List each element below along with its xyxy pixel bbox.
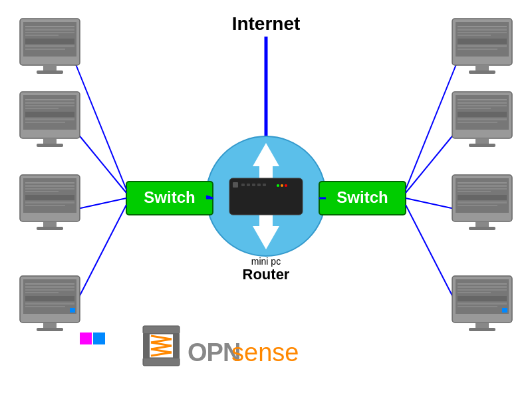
canvas-area: Internet mini pc Router Switch Switch [0,0,532,399]
blue-square [93,332,105,344]
svg-rect-9 [25,49,65,50]
svg-rect-93 [143,334,150,358]
device-port5 [263,184,266,186]
svg-rect-40 [25,296,74,301]
monitor-right-lower-mid [452,175,512,230]
svg-rect-31 [25,205,65,206]
sense-text: sense [231,338,299,366]
svg-rect-15 [25,102,74,104]
svg-rect-75 [458,201,507,203]
pink-square [80,332,92,344]
svg-rect-11 [37,70,63,74]
svg-line-100 [151,352,172,356]
svg-rect-41 [25,303,74,305]
device-button [233,182,238,188]
monitor-left-bottom [20,276,105,344]
svg-rect-91 [143,326,180,334]
device-port3 [252,184,255,186]
svg-rect-8 [25,45,74,47]
svg-rect-85 [458,296,507,301]
svg-rect-84 [458,292,491,293]
svg-rect-29 [25,195,74,200]
svg-rect-74 [458,195,507,200]
svg-rect-66 [475,138,489,144]
svg-rect-88 [502,308,507,313]
svg-rect-94 [173,334,180,358]
svg-rect-60 [458,102,507,104]
svg-rect-83 [458,289,507,291]
svg-rect-76 [458,205,497,206]
left-switch-line-2 [74,130,126,193]
svg-rect-51 [458,35,491,36]
svg-rect-38 [25,289,74,291]
svg-rect-89 [475,323,489,328]
svg-rect-10 [43,65,57,70]
svg-rect-87 [458,306,497,307]
svg-rect-33 [37,227,63,230]
svg-rect-21 [43,138,57,144]
svg-rect-4 [25,29,74,31]
svg-rect-20 [25,122,65,123]
right-switch-label: Switch [336,188,388,206]
svg-rect-16 [25,105,74,106]
svg-rect-43 [70,308,75,313]
svg-rect-82 [458,286,507,288]
device-led3 [285,184,287,187]
svg-rect-73 [458,191,491,192]
left-switch-label: Switch [144,188,195,206]
svg-rect-5 [25,32,74,33]
svg-rect-39 [25,292,59,293]
right-switch-line-4 [406,205,458,306]
svg-rect-90 [469,328,495,331]
monitor-left-upper-mid [20,92,80,147]
svg-rect-86 [458,303,507,305]
monitor-top-right [452,19,512,74]
svg-rect-65 [458,122,497,123]
svg-rect-22 [37,144,63,147]
svg-rect-17 [25,108,59,109]
svg-rect-56 [469,70,495,74]
right-switch-line-3 [406,198,458,209]
device-port2 [247,184,250,186]
svg-rect-27 [25,188,74,190]
svg-rect-53 [458,45,507,47]
svg-rect-64 [458,118,507,120]
device-led1 [277,184,279,187]
left-switch-line-1 [74,61,126,190]
svg-rect-92 [143,358,180,366]
left-switch-line-3 [74,198,126,209]
svg-rect-44 [43,323,57,328]
svg-rect-19 [25,118,74,120]
right-switch-line-2 [406,130,458,193]
svg-rect-6 [25,35,59,36]
svg-rect-67 [469,144,495,147]
svg-rect-26 [25,185,74,187]
svg-rect-42 [25,306,65,307]
svg-rect-54 [458,49,497,50]
opnsense-logo [143,326,180,366]
monitor-right-bottom [452,276,512,331]
svg-rect-77 [475,221,489,227]
router-label: Router [243,266,290,283]
internet-label: Internet [232,13,301,34]
svg-rect-7 [25,39,74,44]
mini-pc-label: mini pc [251,256,281,267]
svg-rect-78 [469,227,495,230]
svg-rect-50 [458,32,507,33]
left-switch-line-4 [74,205,126,306]
right-switch-line-1 [406,61,458,190]
svg-rect-55 [475,65,489,70]
svg-rect-32 [43,221,57,227]
svg-rect-45 [37,328,63,331]
device-led2 [281,184,283,187]
device-port4 [257,184,261,186]
network-diagram: Internet mini pc Router Switch Switch [0,0,532,399]
device-port1 [241,184,245,186]
svg-rect-61 [458,105,507,106]
monitor-top-left [20,19,80,74]
svg-rect-30 [25,201,74,203]
svg-rect-71 [458,185,507,187]
svg-rect-52 [458,39,507,44]
svg-rect-62 [458,108,491,109]
svg-rect-18 [25,112,74,117]
